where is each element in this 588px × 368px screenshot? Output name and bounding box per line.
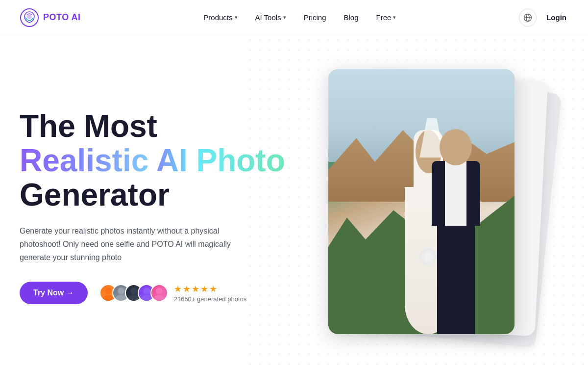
photo-stack (328, 69, 534, 344)
groom-shirt (445, 161, 466, 225)
logo-icon (20, 8, 39, 27)
star-icon: ★ (209, 284, 217, 294)
hero-heading: The Most Realistic AI Photo Generator (20, 109, 294, 212)
svg-point-13 (156, 288, 163, 294)
try-now-button[interactable]: Try Now → (20, 282, 88, 304)
heading-photo: Photo (196, 143, 285, 178)
svg-point-1 (27, 14, 32, 19)
svg-point-10 (128, 295, 139, 301)
star-icon: ★ (200, 284, 208, 294)
nav-products[interactable]: Products ▾ (196, 9, 245, 26)
hero-image-area (294, 35, 568, 368)
nav-free[interactable]: Free ▾ (368, 9, 404, 26)
star-icon: ★ (183, 284, 191, 294)
svg-point-11 (143, 288, 150, 294)
star-icon: ★ (174, 284, 182, 294)
hero-cta-row: Try Now → (20, 282, 294, 304)
groom-pants (437, 224, 475, 335)
main-photo-card (328, 69, 514, 334)
logo-link[interactable]: POTO AI (20, 8, 81, 27)
navigation: POTO AI Products ▾ AI Tools ▾ Pricing Bl… (0, 0, 588, 35)
groom-head (440, 129, 472, 165)
wedding-photo (328, 69, 514, 334)
nav-links: Products ▾ AI Tools ▾ Pricing Blog Free … (196, 9, 404, 26)
chevron-down-icon: ▾ (393, 14, 396, 21)
login-button[interactable]: Login (544, 9, 568, 26)
chevron-down-icon: ▾ (283, 14, 286, 21)
generated-count: 21650+ generated photos (174, 295, 247, 303)
star-icon: ★ (192, 284, 199, 294)
heading-ai: AI (156, 143, 196, 178)
heading-realistic: Realistic (20, 143, 156, 178)
groom-figure (429, 133, 483, 334)
hero-section: The Most Realistic AI Photo Generator Ge… (0, 35, 588, 368)
svg-point-12 (141, 295, 152, 301)
nav-blog[interactable]: Blog (336, 9, 366, 26)
svg-point-6 (103, 295, 114, 301)
hero-description: Generate your realistic photos instantly… (20, 224, 245, 264)
svg-point-5 (105, 288, 112, 294)
svg-point-14 (154, 295, 165, 301)
star-rating: ★ ★ ★ ★ ★ (174, 284, 247, 294)
nav-pricing[interactable]: Pricing (296, 9, 334, 26)
svg-point-8 (116, 295, 126, 301)
svg-point-7 (118, 288, 124, 294)
avatar (150, 284, 168, 302)
hero-content: The Most Realistic AI Photo Generator Ge… (20, 99, 294, 305)
language-button[interactable] (519, 9, 537, 26)
svg-point-9 (130, 288, 137, 294)
globe-icon (523, 13, 532, 22)
chevron-down-icon: ▾ (235, 14, 238, 21)
social-proof: ★ ★ ★ ★ ★ 21650+ generated photos (99, 284, 247, 303)
nav-right: Login (519, 9, 568, 26)
proof-text: ★ ★ ★ ★ ★ 21650+ generated photos (174, 284, 247, 303)
brand-name: POTO AI (43, 12, 81, 23)
avatar-stack (99, 284, 168, 302)
nav-ai-tools[interactable]: AI Tools ▾ (247, 9, 294, 26)
